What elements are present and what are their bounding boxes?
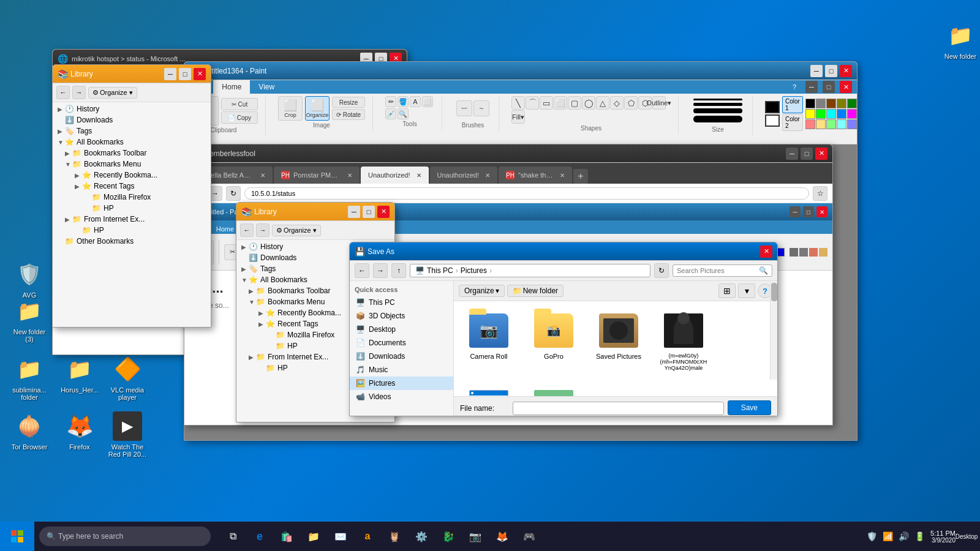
filename-input[interactable] bbox=[513, 402, 724, 415]
paint-bg-close[interactable]: ✕ bbox=[840, 65, 852, 77]
swatch-magenta[interactable] bbox=[847, 109, 857, 119]
tree-hp2[interactable]: 📁HP bbox=[55, 225, 208, 236]
paint-tab-view[interactable]: View bbox=[250, 80, 283, 94]
shape-rect[interactable]: ▭ bbox=[540, 96, 553, 110]
size-1[interactable] bbox=[693, 99, 742, 100]
swatch-yellow[interactable] bbox=[805, 109, 815, 119]
swatch-black[interactable] bbox=[805, 99, 815, 108]
tree-bookmarks-toolbar[interactable]: ▶📁Bookmarks Toolbar bbox=[55, 148, 208, 159]
sidebar-music[interactable]: 🎵 Music bbox=[350, 363, 453, 377]
new-folder-btn[interactable]: 📁 New folder bbox=[507, 285, 564, 297]
paint-maximize[interactable]: □ bbox=[823, 81, 835, 93]
save-as-breadcrumb[interactable]: 🖥️ This PC › Pictures › bbox=[410, 264, 650, 277]
tree-other-bookmarks[interactable]: 📁Other Bookmarks bbox=[55, 236, 208, 247]
swatch-ltblue[interactable] bbox=[837, 109, 846, 119]
shape-ellipse[interactable]: ◯ bbox=[582, 96, 595, 110]
library2-organize[interactable]: ⚙ Organize ▾ bbox=[272, 225, 321, 236]
library2-back[interactable]: ← bbox=[240, 223, 254, 237]
swatch-cyan[interactable] bbox=[826, 109, 836, 119]
sidebar-pictures[interactable]: 🖼️ Pictures bbox=[350, 377, 453, 390]
file-saved-pictures[interactable]: Saved Pictures bbox=[591, 309, 646, 373]
save-as-scrollbar[interactable] bbox=[770, 282, 777, 380]
library1-close[interactable]: ✕ bbox=[194, 68, 206, 80]
paint-rotate-btn[interactable]: ⟳ Rotate bbox=[332, 109, 365, 120]
paint-bg-minimize[interactable]: ─ bbox=[810, 65, 823, 77]
swatch-ltcyan[interactable] bbox=[837, 119, 846, 129]
tree-recently-bookmarked[interactable]: ▶⭐Recently Bookma... bbox=[55, 170, 208, 181]
shape-curve[interactable]: ⌒ bbox=[526, 96, 539, 110]
taskbar-amazon[interactable]: a bbox=[355, 524, 380, 549]
tree-history[interactable]: ▶🕐History bbox=[55, 103, 208, 114]
size-4[interactable] bbox=[693, 116, 742, 122]
size-3[interactable] bbox=[693, 108, 742, 113]
file-camera-roll[interactable]: 📷 Camera Roll bbox=[461, 309, 516, 373]
swatch-green[interactable] bbox=[847, 99, 857, 108]
sidebar-3dobjects[interactable]: 📦 3D Objects bbox=[350, 309, 453, 323]
shape-triangle[interactable]: △ bbox=[596, 96, 609, 110]
swatch-ltgreen[interactable] bbox=[826, 119, 836, 129]
organize-btn[interactable]: Organize ▾ bbox=[459, 285, 505, 297]
tree-mozilla-firefox[interactable]: 📁Mozilla Firefox bbox=[55, 192, 208, 203]
library2-maximize[interactable]: □ bbox=[363, 206, 375, 218]
library1-back[interactable]: ← bbox=[56, 86, 70, 99]
sidebar-documents[interactable]: 📄 Documents bbox=[350, 336, 453, 350]
shape-roundrect[interactable]: ▢ bbox=[568, 96, 581, 110]
browser-mid-bookmark[interactable]: ☆ bbox=[813, 186, 827, 201]
file-screenshot-1[interactable]: 1 bbox=[461, 383, 516, 396]
desktop-icon-new-folder2[interactable]: 📁 New folder(3) bbox=[5, 294, 54, 345]
tree-downloads[interactable]: ⬇️Downloads bbox=[55, 114, 208, 126]
shape-diamond[interactable]: ◇ bbox=[610, 96, 624, 110]
sidebar-downloads[interactable]: ⬇️ Downloads bbox=[350, 350, 453, 363]
breadcrumb-pictures[interactable]: Pictures bbox=[461, 266, 487, 275]
scrollbar-thumb[interactable] bbox=[771, 283, 777, 301]
library2-forward[interactable]: → bbox=[256, 223, 270, 237]
paint-pencil-btn[interactable]: ✏ bbox=[385, 96, 396, 107]
taskbar-wheel[interactable]: ⚙️ bbox=[409, 524, 434, 549]
taskbar-search-input[interactable] bbox=[58, 532, 193, 541]
swatch-brown[interactable] bbox=[826, 99, 836, 108]
paint-text-btn[interactable]: A bbox=[410, 96, 421, 107]
paint-select-btn[interactable]: ⬜ Organize bbox=[305, 96, 330, 121]
desktop-icon-horus[interactable]: 📁 Horus_Her... bbox=[55, 352, 104, 396]
taskbar-search-box[interactable]: 🔍 bbox=[39, 527, 211, 546]
library1-maximize[interactable]: □ bbox=[179, 68, 191, 80]
save-as-forward[interactable]: → bbox=[373, 263, 388, 278]
size-2[interactable] bbox=[693, 103, 742, 106]
paint-tab-home[interactable]: Home bbox=[213, 80, 250, 94]
inner-paint-close[interactable]: ✕ bbox=[816, 206, 827, 217]
swatch-lime[interactable] bbox=[816, 109, 826, 119]
save-as-back[interactable]: ← bbox=[355, 263, 369, 278]
file-image-male[interactable]: (m=ewlG0y)(mh=FMNOM0cXHYnQa42O)male bbox=[656, 309, 711, 373]
sidebar-desktop[interactable]: 🖥️ Desktop bbox=[350, 323, 453, 336]
shape-rect2[interactable]: ⬜ bbox=[554, 96, 567, 110]
brush-1[interactable]: 〰 bbox=[456, 100, 472, 116]
paint-bg-maximize[interactable]: □ bbox=[825, 65, 837, 77]
tab-close-mid-0[interactable]: ✕ bbox=[260, 172, 265, 179]
paint-minimize[interactable]: ─ bbox=[805, 81, 818, 93]
browser-mid-tab-2[interactable]: Unauthorized! ✕ bbox=[361, 167, 429, 184]
desktop-icon-new-folder[interactable]: 📁 New folder bbox=[936, 18, 980, 62]
show-desktop[interactable]: Desktop bbox=[960, 530, 973, 542]
save-as-searchbox[interactable]: 🔍 bbox=[673, 264, 772, 277]
taskbar-tripadvisor[interactable]: 🦉 bbox=[382, 524, 407, 549]
library1-organize[interactable]: ⚙ Organize ▾ bbox=[88, 87, 137, 99]
file-tripadvisor[interactable]: 🦉 TripAdvisor bbox=[526, 383, 581, 396]
tray-network[interactable]: 📶 bbox=[881, 530, 894, 542]
sidebar-videos[interactable]: 📹 Videos bbox=[350, 390, 453, 403]
desktop-icon-sublimina[interactable]: 📁 sublimina...folder bbox=[5, 352, 54, 403]
desktop-icon-vlc[interactable]: 🔶 VLC mediaplayer bbox=[103, 352, 152, 403]
swatch-ltpurple[interactable] bbox=[847, 119, 857, 129]
start-button[interactable] bbox=[0, 522, 34, 551]
tray-volume[interactable]: 🔊 bbox=[897, 530, 910, 542]
save-as-search[interactable] bbox=[677, 267, 756, 274]
paint-resize-btn[interactable]: Resize bbox=[332, 97, 365, 108]
taskbar-firefox-tb[interactable]: 🦊 bbox=[490, 524, 514, 549]
fill-btn[interactable]: Fill▾ bbox=[511, 110, 525, 124]
swatch-olive[interactable] bbox=[837, 99, 846, 108]
paint-help[interactable]: ? bbox=[788, 81, 801, 93]
tab-close-mid-1[interactable]: ✕ bbox=[347, 172, 352, 179]
desktop-icon-firefox[interactable]: 🦊 Firefox bbox=[55, 409, 104, 453]
taskbar-edge[interactable]: e bbox=[247, 524, 272, 549]
library1-forward[interactable]: → bbox=[72, 86, 86, 99]
tree-bookmarks-menu[interactable]: ▼📁Bookmarks Menu bbox=[55, 159, 208, 170]
